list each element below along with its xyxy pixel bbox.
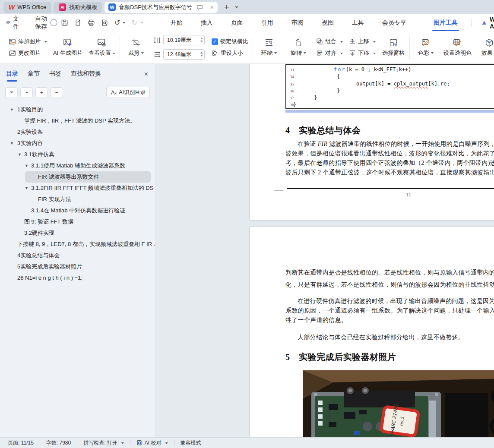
toc-item[interactable]: 3.2硬件实现 xyxy=(0,227,155,239)
new-tab-button[interactable]: + xyxy=(224,3,229,12)
height-stepper[interactable] xyxy=(200,36,206,44)
toc-item[interactable]: ▼3.1.2FIR IIR FFT IFFT 频域滤波重叠相加法的 DS ... xyxy=(0,183,155,194)
add-picture-button[interactable]: 添加图片 xyxy=(9,38,47,45)
menu-start[interactable]: 开始 xyxy=(162,14,192,31)
selection-pane-button[interactable]: 选择窗格 xyxy=(382,38,405,57)
set-transparent-color-button[interactable]: 设置透明色 xyxy=(443,38,472,57)
file-menu-label: 文件 xyxy=(13,15,21,31)
rotate-button[interactable]: 旋转 xyxy=(287,38,310,57)
menu-reference[interactable]: 引用 xyxy=(252,14,282,31)
toc-zoom-in-button[interactable]: + xyxy=(35,87,48,98)
toc-expand-button[interactable] xyxy=(5,87,18,98)
menu-insert[interactable]: 插入 xyxy=(192,14,222,31)
change-picture-button[interactable]: 更改图片 xyxy=(9,49,47,57)
equipment-photo[interactable]: SHARC 21489 no.5 xyxy=(303,370,494,437)
group-divider xyxy=(120,36,120,59)
toc-item[interactable]: 5实验完成后实验器材照片 xyxy=(0,261,155,272)
word-count[interactable]: 字数: 7980 xyxy=(46,439,71,447)
print-icon[interactable] xyxy=(88,19,95,26)
width-input[interactable] xyxy=(163,49,205,60)
page-indicator[interactable]: 页面: 11/15 xyxy=(8,439,34,447)
file-menu-button[interactable]: 文件 xyxy=(6,15,21,31)
toc-item[interactable]: 掌握 FIR，IIR，FFT 滤波的 DSP 实现方法。 xyxy=(0,115,155,126)
wps-logo-icon: W xyxy=(9,3,15,11)
autosave-toggle[interactable] xyxy=(50,19,57,26)
section-heading-4: 4 实验总结与体会 xyxy=(285,125,361,136)
sidebar-tab-find-replace[interactable]: 查找和替换 xyxy=(71,70,101,82)
lock-aspect-checkbox[interactable]: ✓ 锁定纵横比 xyxy=(212,38,248,45)
toc-item[interactable]: 4实验总结与体会 xyxy=(0,250,155,261)
height-input[interactable] xyxy=(163,35,205,45)
sidebar-tab-contents[interactable]: 目录 xyxy=(6,70,18,82)
collapse-triangle-icon[interactable]: ▼ xyxy=(25,160,28,171)
print-preview-icon[interactable] xyxy=(101,19,108,26)
tab-document-active[interactable]: W 音频DSP技术与应用数字信号… × xyxy=(104,2,218,13)
redo-icon[interactable]: ↻ xyxy=(131,19,137,27)
toc-item[interactable]: 26 N1=l e n g t h ( i n ) −1; xyxy=(0,272,155,284)
width-stepper[interactable] xyxy=(200,50,206,59)
toc-item[interactable]: ▼3.1.1使用 Matlab 辅助生成滤波器系数 xyxy=(0,160,155,171)
document-page-12[interactable]: 判断其在通带内是否是线性相位的。若是线性相位，则与原输入信号通带内的信号对比 化… xyxy=(250,227,494,437)
collapse-triangle-icon[interactable]: ▼ xyxy=(18,149,22,160)
undo-dropdown-icon[interactable] xyxy=(123,22,125,25)
menu-view[interactable]: 视图 xyxy=(313,14,343,31)
effects-button[interactable]: 效果 xyxy=(478,38,494,57)
collapse-triangle-icon[interactable]: ▼ xyxy=(10,104,14,115)
bring-forward-button[interactable]: 上移 xyxy=(349,38,376,45)
toc-item[interactable]: 图 9: 验证 FFT 数据 xyxy=(0,216,155,227)
comment-bubble-icon[interactable] xyxy=(196,4,203,10)
ai-generate-picture-button[interactable]: AI 生成图片 xyxy=(53,38,82,57)
menu-picture-tools[interactable]: 图片工具 xyxy=(424,14,467,31)
collapse-triangle-icon[interactable]: ▼ xyxy=(10,138,14,149)
document-page-11[interactable]: 33for(k = 0 ; k<N_FFT;k++) 34{ 35output[… xyxy=(250,64,494,220)
ai-proofread-control[interactable]: AI 校对 xyxy=(136,439,168,447)
toc-item[interactable]: ▼3.1软件仿真 xyxy=(0,149,155,160)
toc-item[interactable]: FIR 实现方法 xyxy=(0,194,155,205)
menu-wps-ai[interactable]: WPS AI xyxy=(475,16,494,30)
tab-docer[interactable]: AI 找稻壳模板 xyxy=(54,2,102,13)
margin-corner-mark xyxy=(274,256,283,267)
ai-recognize-toc-button[interactable]: AI识别目录 xyxy=(106,87,150,98)
group-objects-button[interactable]: 组合 xyxy=(316,38,343,45)
sidebar-close-icon[interactable]: × xyxy=(144,70,148,82)
toc-zoom-out-button[interactable]: − xyxy=(51,87,63,98)
toc-item[interactable]: 3.1.4在 Matlab 中对仿真数据进行验证 xyxy=(0,205,155,216)
menu-member[interactable]: 会员专享 xyxy=(373,14,415,31)
tab-list-dropdown-icon[interactable] xyxy=(235,6,238,10)
crop-button[interactable]: 裁剪 xyxy=(124,38,148,57)
spell-check-control[interactable]: 拼写检查: 打开 xyxy=(83,439,124,447)
export-icon[interactable] xyxy=(74,19,82,26)
toc-item[interactable]: 2实验设备 xyxy=(0,126,155,138)
document-canvas[interactable]: 33for(k = 0 ; k<N_FFT;k++) 34{ 35output[… xyxy=(155,64,494,437)
toc-item[interactable]: ▼1实验目的 xyxy=(0,104,155,115)
save-icon[interactable] xyxy=(61,19,68,26)
reset-size-button[interactable]: 重设大小 xyxy=(212,49,248,57)
undo-icon[interactable]: ↺ xyxy=(114,19,120,27)
toc-item-selected[interactable]: FIR 滤波器导出系数文件 xyxy=(25,171,151,183)
ai-proofread-icon xyxy=(136,440,142,446)
toc-item[interactable]: 下按键 8, 9，LED7, 8 都亮，实现频域滤波重叠相 F IR ... xyxy=(0,239,155,250)
sidebar-tab-bookmarks[interactable]: 书签 xyxy=(49,70,61,82)
tab-wps-home[interactable]: W WPS Office xyxy=(3,2,51,13)
color-button[interactable]: 色彩 xyxy=(414,38,437,57)
wrap-button[interactable]: 环绕 xyxy=(257,38,281,57)
close-tab-icon[interactable]: × xyxy=(210,3,214,11)
docer-icon: AI xyxy=(59,3,66,11)
menu-page[interactable]: 页面 xyxy=(222,14,252,31)
redo-dropdown-icon[interactable] xyxy=(141,22,143,25)
paragraph-line: 判断其在通带内是否是线性相位的。若是线性相位，则与原输入信号通带内的信号对比 xyxy=(285,269,494,277)
align-icon xyxy=(316,50,323,57)
toc-item[interactable]: ▼3实验内容 xyxy=(0,138,155,149)
align-button[interactable]: 对齐 xyxy=(316,49,343,57)
code-image[interactable]: 33for(k = 0 ; k<N_FFT;k++) 34{ 35output[… xyxy=(285,64,494,109)
toc-collapse-button[interactable] xyxy=(20,87,33,98)
sidebar-tab-chapters[interactable]: 章节 xyxy=(28,70,40,82)
view-settings-button[interactable]: 查看设置 xyxy=(89,38,115,57)
send-backward-button[interactable]: 下移 xyxy=(349,49,376,57)
collapse-triangle-icon[interactable]: ▼ xyxy=(25,183,28,194)
paragraph-line: 化，只是有群延迟，若不是线性相位，则信号的波形会因为相位的非线性抖动发生干扰畸变 xyxy=(285,281,494,289)
paragraph-line: 牲了一个声道的信息。 xyxy=(285,316,494,324)
menu-review[interactable]: 审阅 xyxy=(282,14,313,31)
menu-tools[interactable]: 工具 xyxy=(343,14,373,31)
menu-bar: 文件 自动保存 ↺ ↻ 开始 插入 页面 引用 审阅 视图 工具 会员专享 图片… xyxy=(0,14,494,31)
